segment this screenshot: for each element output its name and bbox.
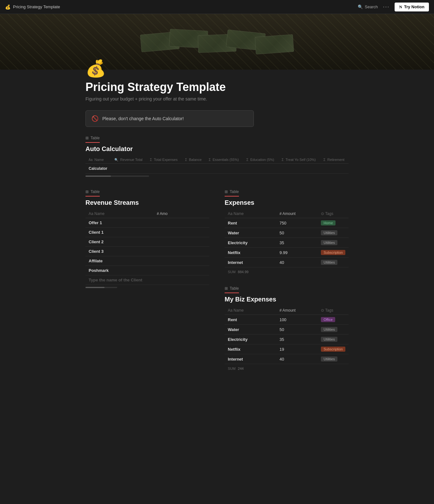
biz-row: Electricity 35 Utilities — [225, 335, 349, 344]
auto-calc-title: Auto Calculator — [85, 145, 349, 153]
biz-section-title: My Biz Expenses — [225, 296, 349, 303]
revenue-amount-5 — [154, 266, 210, 275]
revenue-table: Aa Name # Amo Offer 1 Client 1 Client 2 — [85, 210, 209, 285]
sum-icon-1: Σ — [150, 158, 152, 162]
revenue-scrollbar[interactable] — [85, 287, 117, 288]
exp-name-1[interactable]: Water — [225, 228, 276, 238]
biz-expenses-section: ⊞ Table My Biz Expenses Aa Name # Amount — [225, 286, 349, 373]
exp-amount-4: 40 — [276, 258, 318, 267]
auto-calculator-section: ⊞ Table Auto Calculator Aa Name 🔍 Revenu… — [85, 136, 349, 177]
biz-sum-row: SUM 244 — [225, 364, 349, 373]
revenue-row: Client 3 — [85, 247, 209, 256]
try-notion-button[interactable]: N Try Notion — [395, 3, 429, 11]
col-header-education: Σ Education (5%) — [243, 156, 279, 164]
revenue-name-5[interactable]: Poshmark — [85, 266, 154, 275]
calc-education-cell — [243, 164, 279, 174]
biz-name-4[interactable]: Internet — [225, 354, 276, 364]
aa-icon-rev: Aa — [89, 211, 93, 216]
exp-tag-0: Home — [318, 218, 349, 228]
aa-icon: Aa — [89, 158, 92, 162]
revenue-streams-section: ⊞ Table Revenue Streams Aa Name # Amo — [85, 190, 209, 288]
revenue-name-1[interactable]: Client 1 — [85, 228, 154, 237]
exp-tag-3: Subscription — [318, 248, 349, 258]
expenses-table-label-text: Table — [230, 190, 239, 194]
biz-col-tag: ⊙ Tags — [318, 306, 349, 315]
revenue-name-4[interactable]: Affilate — [85, 256, 154, 266]
biz-table-label-text: Table — [230, 286, 239, 291]
hash-icon-rev: # — [157, 211, 159, 216]
more-options-button[interactable]: ··· — [383, 3, 390, 10]
exp-col-amount: # Amount — [276, 210, 318, 218]
col-header-balance: Σ Balance — [182, 156, 206, 164]
col-header-name: Aa Name — [85, 156, 111, 164]
biz-name-0[interactable]: Rent — [225, 315, 276, 325]
col-header-expenses: Σ Total Expenses — [147, 156, 182, 164]
exp-col-name: Aa Name — [225, 210, 276, 218]
col-header-treat: Σ Treat Yo Self (10%) — [279, 156, 320, 164]
biz-sum-value: 244 — [238, 367, 244, 370]
calc-retirement-cell — [320, 164, 349, 174]
auto-calc-row: Calculator — [85, 164, 349, 174]
biz-table-label: ⊞ Table — [225, 286, 239, 293]
exp-name-2[interactable]: Electricity — [225, 238, 276, 248]
revenue-row: Offer 1 — [85, 218, 209, 228]
revenue-name-6[interactable]: Type the name of the Client — [85, 275, 154, 285]
biz-amount-0: 100 — [276, 315, 318, 325]
calc-balance-cell — [182, 164, 206, 174]
try-notion-label: Try Notion — [404, 4, 424, 9]
sum-icon-5: Σ — [282, 158, 284, 162]
notion-icon: N — [399, 4, 402, 10]
scrollbar-track[interactable] — [85, 176, 149, 177]
biz-tag-3: Subscription — [318, 344, 349, 354]
aa-icon-exp: Aa — [228, 211, 233, 216]
warning-text: Please, don't change the Auto Calculator… — [102, 116, 184, 121]
revenue-row: Affilate — [85, 256, 209, 266]
revenue-amount-4 — [154, 256, 210, 266]
biz-sum-label: SUM 244 — [225, 364, 318, 373]
sum-icon-3: Σ — [209, 158, 211, 162]
revenue-amount-3 — [154, 247, 210, 256]
exp-amount-3: 9.99 — [276, 248, 318, 258]
warning-box: 🚫 Please, don't change the Auto Calculat… — [85, 110, 254, 127]
expenses-sum-value: 884.99 — [238, 270, 249, 274]
biz-name-2[interactable]: Electricity — [225, 335, 276, 344]
biz-row: Internet 40 Utilities — [225, 354, 349, 364]
aa-icon-biz: Aa — [228, 308, 233, 313]
exp-name-3[interactable]: Netflix — [225, 248, 276, 258]
expenses-row: Netflix 9.99 Subscription — [225, 248, 349, 258]
table-icon-auto: ⊞ — [85, 136, 89, 140]
search-label: Search — [365, 4, 378, 9]
biz-name-1[interactable]: Water — [225, 325, 276, 335]
col-header-essentials: Σ Essentials (55%) — [206, 156, 243, 164]
exp-tag-2: Utilities — [318, 238, 349, 248]
revenue-name-0[interactable]: Offer 1 — [85, 218, 154, 228]
table-icon-expenses: ⊞ — [225, 190, 228, 194]
expenses-sum-label: SUM 884.99 — [225, 267, 318, 276]
warning-icon: 🚫 — [92, 115, 98, 122]
search-button[interactable]: 🔍 Search — [358, 4, 378, 9]
biz-amount-2: 35 — [276, 335, 318, 344]
revenue-name-2[interactable]: Client 2 — [85, 237, 154, 247]
biz-row: Netflix 19 Subscription — [225, 344, 349, 354]
revenue-row: Client 2 — [85, 237, 209, 247]
scrollbar-thumb[interactable] — [85, 176, 111, 177]
hash-icon-exp: # — [280, 211, 282, 216]
biz-amount-1: 50 — [276, 325, 318, 335]
biz-expenses-table: Aa Name # Amount ⊙ Tags Rent 100 — [225, 306, 349, 373]
revenue-name-3[interactable]: Client 3 — [85, 247, 154, 256]
table-icon-biz: ⊞ — [225, 286, 228, 291]
auto-calc-table: Aa Name 🔍 Revenue Total Σ Total Expenses… — [85, 156, 349, 174]
revenue-section-title: Revenue Streams — [85, 199, 209, 206]
revenue-scrollbar-thumb[interactable] — [85, 287, 105, 288]
tag-icon-biz: ⊙ — [321, 308, 324, 313]
biz-amount-3: 19 — [276, 344, 318, 354]
exp-name-4[interactable]: Internet — [225, 258, 276, 267]
calc-expenses-cell — [147, 164, 182, 174]
exp-amount-1: 50 — [276, 228, 318, 238]
revenue-table-label: ⊞ Table — [85, 190, 100, 197]
search-icon: 🔍 — [358, 4, 363, 9]
biz-col-name: Aa Name — [225, 306, 276, 315]
search-icon-col: 🔍 — [114, 158, 118, 162]
biz-name-3[interactable]: Netflix — [225, 344, 276, 354]
exp-name-0[interactable]: Rent — [225, 218, 276, 228]
